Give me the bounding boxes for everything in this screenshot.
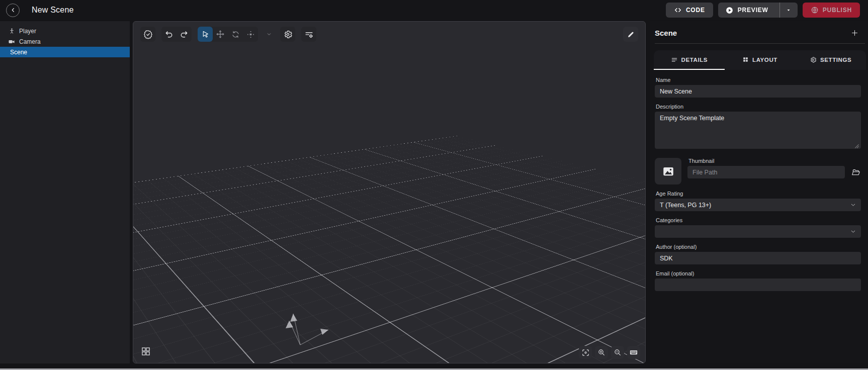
age-rating-label: Age Rating xyxy=(656,191,861,197)
move-tool-button[interactable] xyxy=(213,27,228,42)
tool-more-button[interactable] xyxy=(264,27,274,42)
list-settings-icon xyxy=(304,30,314,39)
viewport-toolbar xyxy=(140,27,316,42)
badge-check-icon xyxy=(143,30,153,39)
browse-folder-button[interactable] xyxy=(850,167,861,178)
thumbnail-label: Thumbnail xyxy=(688,158,861,164)
preview-split-button: PREVIEW xyxy=(718,3,798,18)
publish-button[interactable]: PUBLISH xyxy=(803,3,860,18)
redo-button[interactable] xyxy=(177,27,192,42)
code-icon xyxy=(674,6,682,14)
hierarchy-sidebar: Player Camera Scene xyxy=(0,21,130,363)
top-bar: New Scene CODE PREVIEW xyxy=(0,0,868,20)
email-label: Email (optional) xyxy=(656,270,861,276)
edit-scene-button[interactable] xyxy=(623,27,638,42)
globe-icon xyxy=(811,6,819,14)
rotate-tool-button[interactable] xyxy=(228,27,243,42)
render-options-button[interactable] xyxy=(301,27,316,42)
preview-dropdown-button[interactable] xyxy=(779,3,798,18)
image-icon xyxy=(662,165,675,178)
name-label: Name xyxy=(656,77,861,83)
tree-item-camera[interactable]: Camera xyxy=(0,36,130,47)
camera-icon xyxy=(8,38,15,45)
topbar-actions: CODE PREVIEW PUBLISH xyxy=(666,3,860,18)
code-button[interactable]: CODE xyxy=(666,3,713,18)
redo-icon xyxy=(180,30,189,39)
viewport[interactable] xyxy=(133,21,646,363)
chevron-down-icon xyxy=(266,31,272,37)
keyboard-icon xyxy=(629,348,638,357)
ground-grid xyxy=(133,21,646,363)
inspector-panel: Scene DETAILS LAYOUT xyxy=(650,21,868,363)
player-icon xyxy=(8,28,15,35)
tab-settings[interactable]: SETTINGS xyxy=(795,50,866,70)
rotate-icon xyxy=(231,30,240,39)
inspector-title: Scene xyxy=(655,29,677,37)
age-rating-select[interactable]: T (Teens, PG 13+) xyxy=(655,199,861,211)
zoom-in-icon xyxy=(597,348,605,356)
chevron-down-icon xyxy=(850,202,856,208)
gear-icon xyxy=(810,56,817,63)
add-button[interactable] xyxy=(849,27,860,38)
move-icon xyxy=(216,30,225,39)
select-cursor-icon xyxy=(201,30,210,39)
grid-icon xyxy=(742,56,749,63)
pencil-icon xyxy=(627,30,635,39)
plus-icon xyxy=(850,29,859,37)
focus-icon xyxy=(581,348,590,357)
categories-select[interactable] xyxy=(655,225,861,238)
back-chevron-icon xyxy=(9,6,17,14)
caret-down-icon xyxy=(786,7,792,13)
zoom-in-button[interactable] xyxy=(595,346,608,359)
main-area: Player Camera Scene xyxy=(0,21,868,363)
scale-tool-button[interactable] xyxy=(243,27,258,42)
preview-button[interactable]: PREVIEW xyxy=(718,3,775,18)
description-textarea[interactable]: Empty Scene Template xyxy=(655,112,861,149)
thumbnail-path-input[interactable] xyxy=(687,166,845,178)
divider xyxy=(655,43,865,44)
tab-details[interactable]: DETAILS xyxy=(654,50,725,70)
tab-layout[interactable]: LAYOUT xyxy=(725,50,796,70)
badge-check-button[interactable] xyxy=(140,27,155,42)
play-circle-icon xyxy=(725,6,734,15)
axis-gizmo xyxy=(269,301,350,351)
folder-open-icon xyxy=(851,167,860,177)
name-input[interactable] xyxy=(655,85,861,98)
grid-icon xyxy=(141,346,151,356)
zoom-out-button[interactable] xyxy=(611,346,624,359)
select-tool-button[interactable] xyxy=(198,27,213,42)
tree-item-player[interactable]: Player xyxy=(0,26,130,36)
tree-item-scene[interactable]: Scene xyxy=(0,47,130,57)
focus-camera-button[interactable] xyxy=(579,346,592,359)
gear-icon xyxy=(283,30,293,39)
author-label: Author (optional) xyxy=(656,244,861,250)
description-label: Description xyxy=(656,104,861,110)
list-lines-icon xyxy=(671,56,678,63)
undo-icon xyxy=(164,30,173,39)
viewport-settings-button[interactable] xyxy=(280,27,295,42)
zoom-out-icon xyxy=(614,348,622,356)
details-form: Name Description Empty Scene Template Th… xyxy=(654,70,866,291)
thumbnail-preview[interactable] xyxy=(655,158,681,184)
author-input[interactable] xyxy=(655,252,861,264)
inspector-tabs: DETAILS LAYOUT SETTINGS xyxy=(654,50,866,70)
undo-button[interactable] xyxy=(161,27,177,42)
email-input[interactable] xyxy=(655,279,861,291)
grid-toggle-button[interactable] xyxy=(139,345,152,358)
categories-label: Categories xyxy=(656,217,861,223)
keyboard-shortcuts-button[interactable] xyxy=(627,346,640,359)
chevron-down-icon xyxy=(850,228,856,235)
page-title: New Scene xyxy=(32,6,74,15)
back-button[interactable] xyxy=(6,4,20,17)
scale-icon xyxy=(246,30,255,39)
